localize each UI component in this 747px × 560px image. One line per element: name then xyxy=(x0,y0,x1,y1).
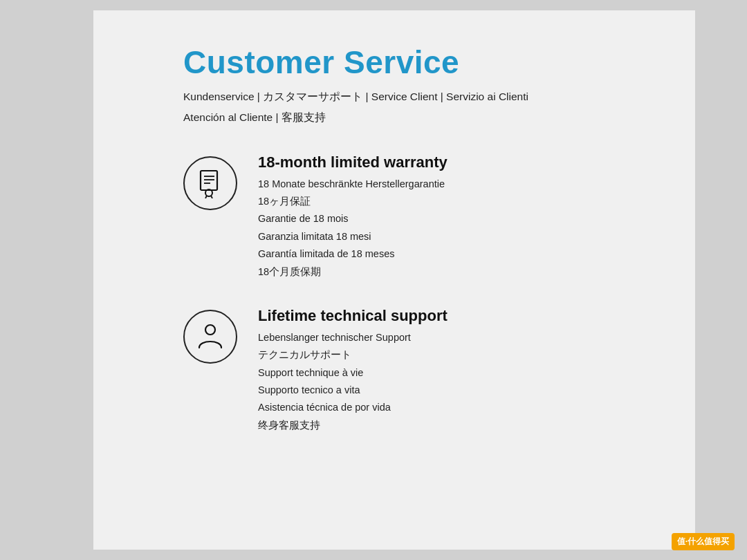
watermark: 值·什么值得买 xyxy=(672,533,735,550)
svg-line-6 xyxy=(211,196,212,198)
subtitle-line1: Kundenservice | カスタマーサポート | Service Clie… xyxy=(183,88,654,106)
card: Customer Service Kundenservice | カスタマーサポ… xyxy=(93,10,695,550)
main-title: Customer Service xyxy=(183,44,654,81)
svg-line-5 xyxy=(205,196,207,198)
support-section: Lifetime technical support Lebenslanger … xyxy=(183,307,654,434)
svg-rect-0 xyxy=(201,171,217,190)
subtitle-line2: Atención al Cliente | 客服支持 xyxy=(183,109,654,127)
support-text: Lebenslanger technischer Supportテクニカルサポー… xyxy=(258,329,654,434)
person-icon xyxy=(195,320,225,353)
svg-point-7 xyxy=(205,325,215,335)
support-title: Lifetime technical support xyxy=(258,307,654,325)
support-icon-circle xyxy=(183,310,237,364)
warranty-icon xyxy=(195,168,225,198)
warranty-content: 18-month limited warranty 18 Monate besc… xyxy=(258,153,654,281)
warranty-section: 18-month limited warranty 18 Monate besc… xyxy=(183,153,654,281)
warranty-title: 18-month limited warranty xyxy=(258,153,654,171)
page-container: Customer Service Kundenservice | カスタマーサポ… xyxy=(0,0,747,560)
support-content: Lifetime technical support Lebenslanger … xyxy=(258,307,654,434)
warranty-text: 18 Monate beschränkte Herstellergarantie… xyxy=(258,176,654,281)
warranty-icon-circle xyxy=(183,156,237,210)
